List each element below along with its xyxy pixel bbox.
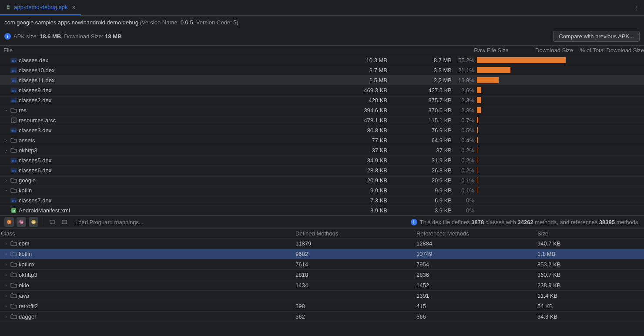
load-proguard-link[interactable]: Load Proguard mappings... [75, 219, 144, 225]
download-size: 31.9 KB [392, 157, 456, 164]
file-name: classes5.dex [19, 157, 51, 164]
percent-bar [477, 147, 477, 153]
more-menu-icon[interactable]: ⋮ [634, 4, 640, 11]
expand-arrow-icon[interactable]: › [3, 262, 9, 267]
expand-arrow-icon[interactable]: › [3, 283, 9, 288]
class-size: 11.4 KB [537, 292, 644, 299]
info-icon: i [411, 219, 417, 225]
package-icon [10, 282, 17, 289]
raw-size: 394.6 KB [270, 107, 392, 114]
class-row[interactable]: ›com1187912884940.7 KB [0, 239, 644, 249]
file-name: classes10.dex [19, 67, 54, 74]
close-tab-icon[interactable]: × [72, 4, 76, 11]
file-row[interactable]: ›res394.6 KB370.6 KB2.3% [0, 105, 644, 115]
file-row[interactable]: ›kotlin9.9 KB9.9 KB0.1% [0, 185, 644, 195]
class-row[interactable]: ›okio14341452238.9 KB [0, 280, 644, 291]
file-row[interactable]: ›assets77 KB64.9 KB0.4% [0, 135, 644, 145]
class-size: 360.7 KB [537, 272, 644, 278]
tool-icon-2[interactable]: m [17, 217, 26, 227]
svg-text:101: 101 [11, 160, 16, 162]
defined-methods: 7614 [295, 261, 416, 268]
tool-icon-1[interactable]: f [4, 217, 14, 227]
class-row[interactable]: ›dagger36236634.3 KB [0, 312, 644, 322]
svg-text:M: M [12, 209, 15, 213]
svg-text:m: m [20, 220, 23, 224]
file-row[interactable]: 101classes6.dex28.8 KB26.8 KB0.2% [0, 165, 644, 175]
expand-arrow-icon[interactable]: › [3, 188, 9, 193]
download-size: 115.1 KB [392, 117, 456, 124]
dex-icon: 101 [10, 57, 17, 64]
defined-methods: 398 [295, 303, 416, 309]
file-row[interactable]: 101classes10.dex3.7 MB3.3 MB21.1% [0, 65, 644, 75]
raw-size: 3.9 KB [270, 207, 392, 214]
percent-bar [477, 87, 481, 93]
referenced-methods: 10749 [416, 251, 537, 257]
file-row[interactable]: ›okhttp337 KB37 KB0.2% [0, 145, 644, 155]
raw-size: 28.8 KB [270, 167, 392, 174]
referenced-methods: 1391 [416, 292, 537, 299]
percent: 0.1% [456, 177, 474, 184]
raw-size: 478.1 KB [270, 117, 392, 124]
defined-methods: 1434 [295, 282, 416, 289]
download-size: 6.9 KB [392, 197, 456, 204]
download-size: 76.9 KB [392, 127, 456, 134]
svg-text:101: 101 [11, 200, 16, 202]
download-size: 37 KB [392, 147, 456, 154]
file-row[interactable]: 101classes.dex10.3 MB8.7 MB55.2% [0, 55, 644, 65]
expand-arrow-icon[interactable]: › [3, 314, 9, 319]
class-row[interactable]: ›kotlinx76147954853.2 KB [0, 259, 644, 270]
class-row[interactable]: ›retrofit239841554 KB [0, 301, 644, 312]
file-row[interactable]: 101classes7.dex7.3 KB6.9 KB0% [0, 195, 644, 205]
file-row[interactable]: ›google20.9 KB20.9 KB0.1% [0, 175, 644, 185]
expand-arrow-icon[interactable]: › [3, 252, 9, 256]
download-size: 370.6 KB [392, 107, 456, 114]
file-table-header: File Raw File Size Download Size % of To… [0, 45, 644, 55]
download-size: 8.7 MB [392, 57, 456, 64]
class-row[interactable]: ›java139111.4 KB [0, 291, 644, 301]
dex-icon: 101 [10, 157, 17, 164]
class-row[interactable]: ›okhttp328182836360.7 KB [0, 270, 644, 280]
raw-size: 9.9 KB [270, 187, 392, 194]
class-name: com [19, 240, 30, 247]
raw-size: 34.9 KB [270, 157, 392, 164]
svg-text:?: ? [13, 119, 15, 123]
referenced-methods: 415 [416, 303, 537, 309]
tool-icon-4[interactable] [47, 217, 57, 227]
package-icon [10, 292, 17, 299]
editor-tab[interactable]: app-demo-debug.apk × [0, 0, 81, 15]
expand-arrow-icon[interactable]: › [3, 178, 9, 183]
compare-button[interactable]: Compare with previous APK... [553, 31, 640, 42]
file-row[interactable]: 101classes9.dex469.3 KB427.5 KB2.6% [0, 85, 644, 95]
class-row[interactable]: ›kotlin9682107491.1 MB [0, 249, 644, 259]
file-row[interactable]: 101classes3.dex80.8 KB76.9 KB0.5% [0, 125, 644, 135]
expand-arrow-icon[interactable]: › [3, 304, 9, 309]
tool-icon-5[interactable] [60, 217, 69, 227]
package-icon [10, 313, 17, 320]
download-size: 3.3 MB [392, 67, 456, 74]
defined-methods: 2818 [295, 272, 416, 278]
expand-arrow-icon[interactable]: › [3, 148, 9, 153]
expand-arrow-icon[interactable]: › [3, 293, 9, 298]
file-row[interactable]: 101classes5.dex34.9 KB31.9 KB0.2% [0, 155, 644, 165]
referenced-methods: 1452 [416, 282, 537, 289]
expand-arrow-icon[interactable]: › [3, 241, 9, 246]
file-row[interactable]: 101classes2.dex420 KB375.7 KB2.3% [0, 95, 644, 105]
expand-arrow-icon[interactable]: › [3, 138, 9, 143]
percent: 0% [456, 197, 474, 204]
percent: 0.5% [456, 127, 474, 134]
expand-arrow-icon[interactable]: › [3, 108, 9, 113]
file-name: google [19, 177, 36, 184]
percent-bar [477, 157, 477, 163]
percent-bar [477, 67, 510, 73]
class-size: 238.9 KB [537, 282, 644, 289]
percent: 0.2% [456, 157, 474, 164]
percent: 0.1% [456, 187, 474, 194]
file-row[interactable]: ?resources.arsc478.1 KB115.1 KB0.7% [0, 115, 644, 125]
package-icon [10, 240, 17, 247]
file-row[interactable]: 101classes11.dex2.5 MB2.2 MB13.9% [0, 75, 644, 85]
percent-bar [477, 167, 477, 173]
class-size: 853.2 KB [537, 261, 644, 268]
expand-arrow-icon[interactable]: › [3, 272, 9, 277]
tool-icon-3[interactable]: m [29, 217, 38, 227]
file-row[interactable]: MAndroidManifest.xml3.9 KB3.9 KB0% [0, 205, 644, 215]
